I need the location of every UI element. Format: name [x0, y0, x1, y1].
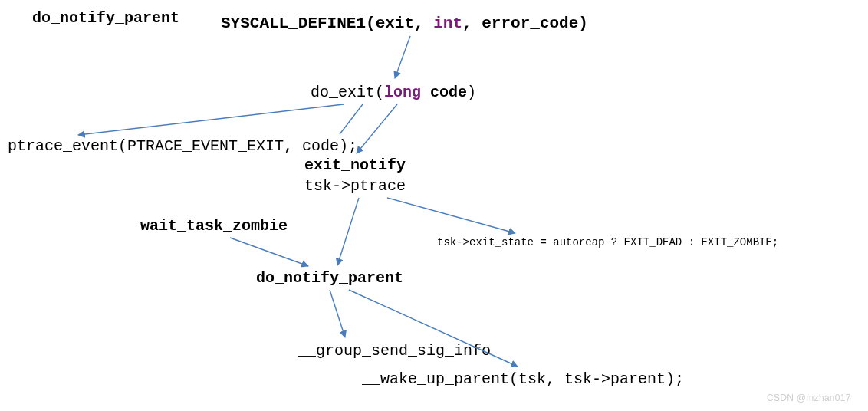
arrow-donotify-to-gssi: [330, 290, 345, 337]
arrow-doexit-to-exitnotify: [357, 104, 397, 153]
do-exit-code: code: [421, 84, 467, 101]
do-exit-suffix: ): [467, 84, 476, 101]
watermark: CSDN @mzhan017: [767, 393, 851, 403]
diagram-title: do_notify_parent: [32, 9, 179, 28]
arrow-tskptrace-to-exitstate: [387, 198, 515, 233]
do-exit: do_exit(long code): [311, 84, 476, 102]
syscall-suffix: , error_code): [462, 15, 588, 32]
do-exit-prefix: do_exit(: [311, 84, 384, 101]
arrow-doexit-to-ptrace: [78, 104, 344, 135]
exit-state-assign: tsk->exit_state = autoreap ? EXIT_DEAD :…: [437, 236, 778, 249]
wake-up-parent: __wake_up_parent(tsk, tsk->parent);: [362, 370, 684, 389]
arrow-tskptrace-to-donotify: [337, 198, 359, 265]
arrow-syscall-to-doexit: [395, 36, 410, 78]
group-send-sig-info: __group_send_sig_info: [298, 342, 491, 360]
tsk-ptrace: tsk->ptrace: [304, 177, 406, 196]
arrow-ptrace-back: [340, 104, 363, 134]
do-notify-parent-node: do_notify_parent: [256, 269, 403, 288]
arrow-wtz-to-donotify: [230, 238, 308, 266]
type-keyword-long: long: [384, 84, 421, 101]
syscall-prefix: SYSCALL_DEFINE1(exit,: [221, 15, 433, 32]
wait-task-zombie: wait_task_zombie: [140, 217, 288, 235]
exit-notify: exit_notify: [304, 156, 406, 175]
ptrace-event: ptrace_event(PTRACE_EVENT_EXIT, code);: [8, 137, 357, 156]
syscall-define: SYSCALL_DEFINE1(exit, int, error_code): [221, 14, 588, 33]
type-keyword-int: int: [433, 15, 462, 32]
